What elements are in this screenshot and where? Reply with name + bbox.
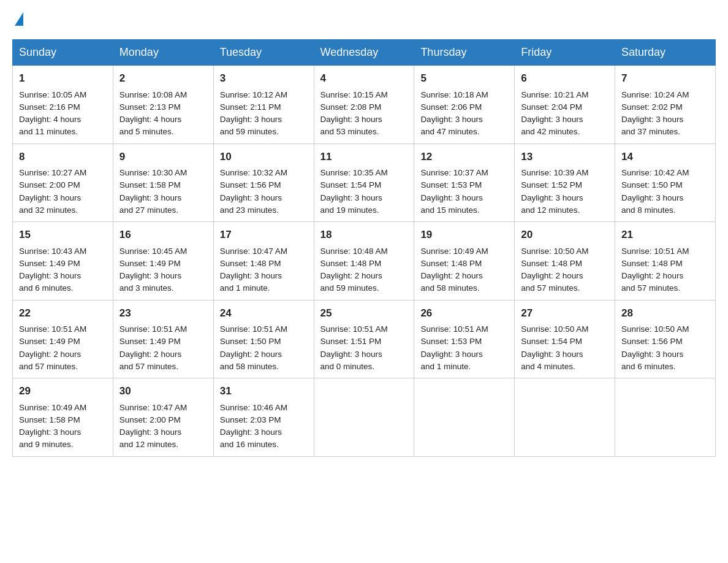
day-header-wednesday: Wednesday	[314, 40, 414, 66]
day-number: 8	[19, 149, 107, 165]
day-info-line: Sunrise: 10:32 AM	[220, 167, 308, 179]
calendar-cell: 20Sunrise: 10:50 AMSunset: 1:48 PMDaylig…	[515, 222, 615, 301]
day-info-line: Sunrise: 10:48 AM	[320, 245, 408, 258]
day-info-line: and 59 minutes.	[320, 282, 408, 294]
day-number: 20	[521, 227, 609, 243]
day-info-line: Sunrise: 10:51 AM	[420, 323, 508, 335]
day-info-line: Sunrise: 10:27 AM	[19, 167, 107, 179]
calendar-cell: 29Sunrise: 10:49 AMSunset: 1:58 PMDaylig…	[13, 378, 113, 457]
day-header-thursday: Thursday	[414, 40, 515, 66]
calendar-cell: 30Sunrise: 10:47 AMSunset: 2:00 PMDaylig…	[113, 378, 213, 457]
day-info-line: Sunset: 1:48 PM	[621, 258, 709, 270]
day-number: 17	[220, 227, 308, 243]
day-info-line: Daylight: 3 hours	[320, 192, 408, 204]
calendar-cell: 8Sunrise: 10:27 AMSunset: 2:00 PMDayligh…	[13, 144, 113, 222]
day-info-line: and 32 minutes.	[19, 204, 107, 216]
day-info-line: and 19 minutes.	[320, 204, 408, 216]
day-info-line: Daylight: 3 hours	[19, 270, 107, 282]
day-info-line: Sunrise: 10:47 AM	[119, 402, 207, 414]
calendar-cell: 15Sunrise: 10:43 AMSunset: 1:49 PMDaylig…	[13, 222, 113, 301]
day-info-line: Sunset: 2:00 PM	[119, 414, 207, 426]
day-info-line: Sunrise: 10:12 AM	[220, 89, 308, 101]
calendar-cell	[314, 378, 414, 457]
day-info-line: and 47 minutes.	[420, 126, 508, 138]
day-info-line: Daylight: 2 hours	[220, 348, 308, 361]
day-number: 14	[621, 149, 709, 165]
day-info-line: Daylight: 3 hours	[220, 426, 308, 439]
day-info-line: Daylight: 3 hours	[621, 348, 709, 361]
calendar-cell	[515, 378, 615, 457]
calendar-cell: 2Sunrise: 10:08 AMSunset: 2:13 PMDayligh…	[113, 66, 213, 144]
calendar-cell: 7Sunrise: 10:24 AMSunset: 2:02 PMDayligh…	[615, 66, 716, 144]
day-info-line: Sunrise: 10:49 AM	[420, 245, 508, 258]
day-info-line: and 12 minutes.	[119, 439, 207, 451]
day-info-line: Sunset: 1:54 PM	[521, 335, 609, 348]
day-info-line: Sunrise: 10:18 AM	[420, 89, 508, 101]
day-info-line: and 0 minutes.	[320, 361, 408, 373]
day-info-line: Daylight: 3 hours	[220, 113, 308, 126]
day-info-line: and 16 minutes.	[220, 439, 308, 451]
day-info-line: Sunset: 1:49 PM	[19, 258, 107, 270]
day-info-line: and 3 minutes.	[119, 282, 207, 294]
day-info-line: Sunset: 2:04 PM	[521, 101, 609, 113]
day-info-line: Sunrise: 10:05 AM	[19, 89, 107, 101]
calendar-cell: 24Sunrise: 10:51 AMSunset: 1:50 PMDaylig…	[213, 300, 314, 378]
day-info-line: Sunset: 1:48 PM	[521, 258, 609, 270]
day-info-line: and 12 minutes.	[521, 204, 609, 216]
day-info-line: Daylight: 3 hours	[521, 113, 609, 126]
day-number: 16	[119, 227, 207, 243]
day-info-line: Daylight: 3 hours	[19, 426, 107, 439]
day-info-line: and 53 minutes.	[320, 126, 408, 138]
day-info-line: Sunset: 2:13 PM	[119, 101, 207, 113]
calendar-cell: 12Sunrise: 10:37 AMSunset: 1:53 PMDaylig…	[414, 144, 515, 222]
day-info-line: Sunset: 2:00 PM	[19, 179, 107, 191]
calendar-cell	[615, 378, 716, 457]
day-info-line: Sunrise: 10:51 AM	[320, 323, 408, 335]
calendar-week-row: 29Sunrise: 10:49 AMSunset: 1:58 PMDaylig…	[13, 378, 716, 457]
day-info-line: Daylight: 3 hours	[521, 192, 609, 204]
day-info-line: Sunrise: 10:45 AM	[119, 245, 207, 258]
day-info-line: Daylight: 3 hours	[19, 192, 107, 204]
day-number: 29	[19, 383, 107, 399]
day-info-line: Sunrise: 10:50 AM	[521, 245, 609, 258]
calendar-cell: 21Sunrise: 10:51 AMSunset: 1:48 PMDaylig…	[615, 222, 716, 301]
day-number: 2	[119, 71, 207, 86]
calendar-cell: 1Sunrise: 10:05 AMSunset: 2:16 PMDayligh…	[13, 66, 113, 144]
calendar-cell: 13Sunrise: 10:39 AMSunset: 1:52 PMDaylig…	[515, 144, 615, 222]
day-number: 19	[420, 227, 508, 243]
day-info-line: Daylight: 2 hours	[19, 348, 107, 361]
calendar-cell: 6Sunrise: 10:21 AMSunset: 2:04 PMDayligh…	[515, 66, 615, 144]
day-info-line: Daylight: 3 hours	[119, 192, 207, 204]
calendar-cell: 19Sunrise: 10:49 AMSunset: 1:48 PMDaylig…	[414, 222, 515, 301]
day-header-friday: Friday	[515, 40, 615, 66]
day-info-line: Daylight: 2 hours	[621, 270, 709, 282]
day-info-line: Daylight: 3 hours	[621, 113, 709, 126]
day-number: 11	[320, 149, 408, 165]
day-info-line: and 59 minutes.	[220, 126, 308, 138]
day-number: 26	[420, 305, 508, 321]
calendar-week-row: 8Sunrise: 10:27 AMSunset: 2:00 PMDayligh…	[13, 144, 716, 222]
logo	[12, 12, 23, 27]
day-info-line: Sunset: 1:48 PM	[220, 258, 308, 270]
logo-triangle-icon	[15, 12, 23, 26]
day-info-line: Sunrise: 10:24 AM	[621, 89, 709, 101]
day-number: 4	[320, 71, 408, 86]
day-info-line: and 6 minutes.	[621, 361, 709, 373]
day-info-line: and 6 minutes.	[19, 282, 107, 294]
day-info-line: Sunset: 1:48 PM	[420, 258, 508, 270]
day-info-line: Sunset: 1:54 PM	[320, 179, 408, 191]
day-info-line: Sunrise: 10:43 AM	[19, 245, 107, 258]
day-info-line: and 57 minutes.	[19, 361, 107, 373]
day-info-line: Sunset: 1:56 PM	[621, 335, 709, 348]
calendar-cell	[414, 378, 515, 457]
day-number: 5	[420, 71, 508, 86]
day-number: 18	[320, 227, 408, 243]
day-info-line: and 1 minute.	[420, 361, 508, 373]
day-info-line: and 15 minutes.	[420, 204, 508, 216]
day-info-line: and 27 minutes.	[119, 204, 207, 216]
day-info-line: Sunrise: 10:51 AM	[119, 323, 207, 335]
day-info-line: Sunrise: 10:39 AM	[521, 167, 609, 179]
day-info-line: Sunset: 1:49 PM	[119, 258, 207, 270]
day-header-sunday: Sunday	[13, 40, 113, 66]
day-info-line: Sunset: 1:53 PM	[420, 179, 508, 191]
